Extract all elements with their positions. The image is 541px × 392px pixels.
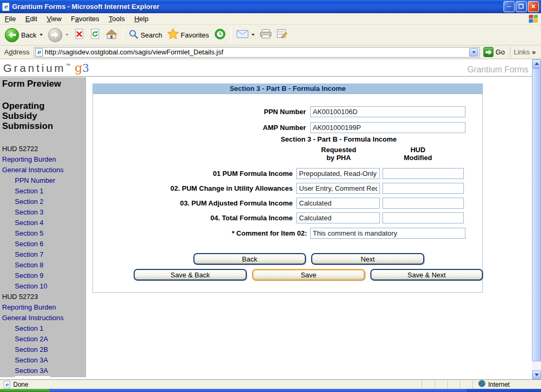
status-pane — [422, 380, 434, 389]
start-button-edge[interactable] — [0, 389, 50, 392]
row-04-hud-field[interactable] — [383, 212, 464, 223]
row-01-requested-field[interactable] — [296, 168, 380, 179]
ppn-number-field[interactable] — [310, 106, 465, 117]
mail-button[interactable] — [234, 29, 257, 42]
search-button[interactable]: Search — [126, 27, 165, 43]
scroll-down-button[interactable] — [532, 370, 541, 379]
status-pane — [434, 380, 447, 389]
sidebar-item-section-8[interactable]: Section 8 — [2, 260, 86, 270]
back-nav-button[interactable]: Back — [193, 253, 306, 265]
sidebar-item-section-6[interactable]: Section 6 — [2, 239, 86, 249]
app-name: Grantium Forms — [467, 65, 528, 74]
history-icon — [214, 29, 226, 42]
save-button[interactable]: Save — [252, 269, 365, 281]
status-pane — [447, 380, 460, 389]
comment-label: * Comment for Item 02: — [138, 228, 307, 239]
save-and-next-button[interactable]: Save & Next — [370, 269, 483, 281]
menu-help[interactable]: Help — [129, 14, 153, 24]
standard-toolbar: Back Searc — [0, 25, 541, 45]
vertical-scrollbar[interactable] — [532, 59, 541, 379]
close-button[interactable]: ✕ — [528, 1, 539, 12]
taskbar-sliver — [0, 389, 541, 392]
menu-bar: File Edit View Favorites Tools Help — [0, 13, 541, 25]
status-text: Done — [13, 381, 29, 388]
sidebar-item-section-1b[interactable]: Section 1 — [2, 323, 86, 334]
go-button[interactable]: Go — [482, 46, 508, 58]
sidebar-item-general-instructions-2[interactable]: General Instructions — [2, 313, 86, 323]
grantium-logo: Grantium — [3, 62, 66, 74]
scrollbar-thumb[interactable] — [532, 68, 541, 361]
internet-globe-icon — [478, 380, 486, 389]
row-02-requested-field[interactable] — [296, 183, 380, 194]
sidebar-item-section-10[interactable]: Section 10 — [2, 281, 86, 292]
sidebar-item-section-2b[interactable]: Section 2B — [2, 344, 86, 355]
row-03-requested-field[interactable] — [296, 198, 380, 209]
row-01-hud-field[interactable] — [383, 168, 464, 179]
amp-number-field[interactable] — [310, 122, 465, 133]
sidebar-item-section-4[interactable]: Section 4 — [2, 218, 86, 228]
sidebar-item-reporting-burden[interactable]: Reporting Burden — [2, 154, 86, 165]
windows-logo-icon — [528, 14, 539, 24]
sidebar-item-ppn-number[interactable]: PPN Number — [2, 175, 86, 186]
print-button[interactable] — [257, 27, 274, 42]
status-bar: e Done Internet — [0, 379, 541, 389]
back-button[interactable]: Back — [2, 26, 45, 44]
page-favicon: e — [35, 48, 43, 57]
sidebar-subtitle: Operating Subsidy Submission — [2, 101, 60, 131]
amp-number-label: AMP Number — [138, 122, 306, 133]
sidebar-item-section-9[interactable]: Section 9 — [2, 270, 86, 281]
stop-button[interactable] — [71, 27, 87, 43]
row-04-requested-field[interactable] — [296, 212, 380, 223]
row-03-hud-field[interactable] — [383, 198, 464, 209]
menu-view[interactable]: View — [42, 14, 66, 24]
forward-dropdown-icon[interactable] — [66, 34, 69, 36]
menu-edit[interactable]: Edit — [21, 14, 42, 24]
save-and-back-button[interactable]: Save & Back — [134, 269, 247, 281]
refresh-button[interactable] — [87, 27, 103, 43]
row-02-hud-field[interactable] — [383, 183, 464, 194]
sidebar-item-general-instructions[interactable]: General Instructions — [2, 165, 86, 175]
menu-file[interactable]: File — [0, 14, 21, 24]
menu-favorites[interactable]: Favorites — [66, 14, 104, 24]
links-button[interactable]: Links » — [510, 46, 539, 58]
brand-header: Grantium™g3 Grantium Forms — [0, 59, 541, 77]
browser-window: e Grantium Forms - Microsoft Internet Ex… — [0, 0, 541, 392]
window-title: Grantium Forms - Microsoft Internet Expl… — [12, 3, 503, 11]
back-dropdown-icon[interactable] — [40, 34, 43, 36]
sidebar-item-section-5[interactable]: Section 5 — [2, 228, 86, 239]
address-input[interactable] — [45, 48, 467, 56]
forward-icon — [48, 28, 62, 42]
sidebar-item-section-3a[interactable]: Section 3A — [2, 355, 86, 366]
sidebar-item-section-7[interactable]: Section 7 — [2, 249, 86, 260]
menu-tools[interactable]: Tools — [104, 14, 129, 24]
restore-button[interactable]: ❐ — [516, 1, 527, 12]
sidebar-item-section-2[interactable]: Section 2 — [2, 197, 86, 207]
col-header-requested-by-pha: Requested by PHA — [307, 146, 370, 162]
mail-icon — [237, 30, 248, 40]
next-nav-button[interactable]: Next — [311, 253, 424, 265]
address-label: Address — [2, 48, 32, 56]
favorites-button[interactable]: Favorites — [165, 27, 211, 43]
sidebar-item-reporting-burden-2[interactable]: Reporting Burden — [2, 302, 86, 313]
sidebar-item-section-3b[interactable]: Section 3B — [15, 376, 50, 377]
sidebar-item-section-3a-2[interactable]: Section 3A — [2, 366, 86, 376]
sidebar-item-section-2a[interactable]: Section 2A — [2, 334, 86, 344]
edit-button[interactable] — [274, 27, 290, 42]
table-title: Section 3 - Part B - Formula Income — [238, 135, 439, 143]
address-dropdown-button[interactable] — [469, 48, 478, 57]
forward-button[interactable] — [45, 26, 71, 44]
history-button[interactable] — [212, 27, 228, 43]
sidebar-item-section-1[interactable]: Section 1 — [2, 186, 86, 197]
home-button[interactable] — [103, 27, 120, 43]
mail-dropdown-icon[interactable] — [251, 34, 255, 36]
scroll-up-button[interactable] — [532, 59, 541, 68]
sidebar-item-hud-52722: HUD 52722 — [2, 144, 86, 154]
edit-page-icon — [277, 29, 287, 41]
toolbar-separator — [231, 27, 231, 43]
print-icon — [260, 29, 272, 41]
chevron-down-icon — [535, 374, 539, 376]
minimize-button[interactable]: ─ — [503, 1, 515, 12]
home-icon — [106, 29, 117, 41]
sidebar-item-section-3[interactable]: Section 3 — [2, 207, 86, 218]
comment-field[interactable] — [310, 228, 465, 239]
